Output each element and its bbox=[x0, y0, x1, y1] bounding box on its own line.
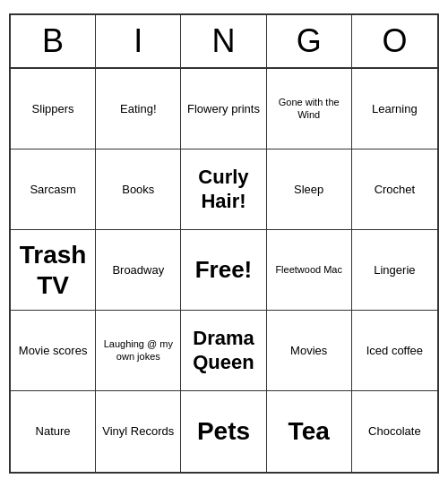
bingo-cell: Trash TV bbox=[11, 230, 96, 311]
bingo-cell: Movie scores bbox=[11, 311, 96, 391]
bingo-cell: Gone with the Wind bbox=[267, 69, 352, 150]
bingo-cell: Crochet bbox=[352, 150, 437, 230]
bingo-cell: Eating! bbox=[96, 69, 181, 150]
bingo-cell: Free! bbox=[181, 230, 266, 311]
header-letter: O bbox=[352, 15, 437, 67]
bingo-cell: Learning bbox=[352, 69, 437, 150]
bingo-cell: Slippers bbox=[11, 69, 96, 150]
bingo-cell: Curly Hair! bbox=[181, 150, 266, 230]
bingo-cell: Laughing @ my own jokes bbox=[96, 311, 181, 391]
bingo-cell: Iced coffee bbox=[352, 311, 437, 391]
header-letter: B bbox=[11, 15, 96, 67]
bingo-cell: Fleetwood Mac bbox=[267, 230, 352, 311]
bingo-cell: Books bbox=[96, 150, 181, 230]
bingo-cell: Tea bbox=[267, 391, 352, 472]
bingo-cell: Lingerie bbox=[352, 230, 437, 311]
bingo-cell: Broadway bbox=[96, 230, 181, 311]
bingo-cell: Nature bbox=[11, 391, 96, 472]
header-letter: N bbox=[181, 15, 266, 67]
bingo-cell: Vinyl Records bbox=[96, 391, 181, 472]
bingo-grid: SlippersEating!Flowery printsGone with t… bbox=[11, 69, 437, 472]
bingo-card: BINGO SlippersEating!Flowery printsGone … bbox=[9, 13, 439, 474]
bingo-cell: Flowery prints bbox=[181, 69, 266, 150]
bingo-header: BINGO bbox=[11, 15, 437, 69]
bingo-cell: Sarcasm bbox=[11, 150, 96, 230]
bingo-cell: Sleep bbox=[267, 150, 352, 230]
bingo-cell: Movies bbox=[267, 311, 352, 391]
bingo-cell: Chocolate bbox=[352, 391, 437, 472]
header-letter: I bbox=[96, 15, 181, 67]
bingo-cell: Pets bbox=[181, 391, 266, 472]
bingo-cell: Drama Queen bbox=[181, 311, 266, 391]
header-letter: G bbox=[267, 15, 352, 67]
